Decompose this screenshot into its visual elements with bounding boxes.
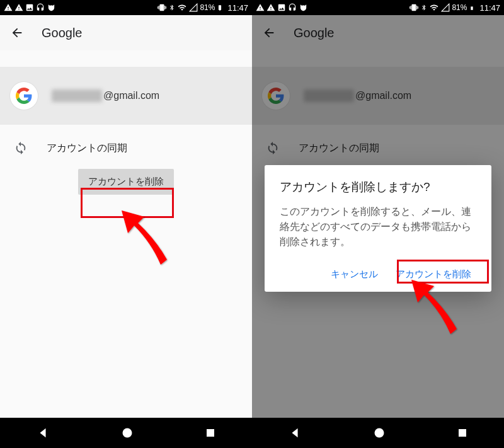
back-arrow-icon[interactable] [10, 26, 24, 40]
battery-icon [469, 3, 475, 13]
svg-rect-0 [219, 6, 221, 9]
svg-point-4 [374, 428, 384, 438]
nav-back-icon[interactable] [36, 426, 50, 440]
dialog-cancel-button[interactable]: キャンセル [326, 263, 383, 285]
nav-bar [252, 418, 504, 448]
warning-icon [14, 3, 23, 12]
google-logo-icon [10, 82, 38, 110]
app-bar: Google [0, 15, 252, 50]
account-email: @gmail.com [304, 89, 411, 102]
wifi-icon [177, 3, 187, 12]
sync-icon [14, 141, 28, 155]
google-logo-icon [262, 82, 290, 110]
nav-home-icon[interactable] [373, 427, 386, 439]
page-title: Google [294, 26, 335, 40]
battery-percent: 81% [200, 3, 215, 12]
email-redacted [52, 89, 102, 102]
warning-icon [4, 3, 13, 12]
battery-icon [217, 3, 223, 13]
cat-icon [299, 3, 308, 12]
image-icon [277, 3, 286, 12]
email-suffix: @gmail.com [103, 90, 159, 101]
vibrate-icon [157, 3, 167, 12]
dialog-title: アカウントを削除しますか? [280, 179, 476, 195]
status-bar: 81% 11:47 [0, 0, 252, 15]
image-icon [25, 3, 34, 12]
email-suffix: @gmail.com [355, 90, 411, 101]
headphones-icon [288, 3, 297, 12]
battery-percent: 81% [452, 3, 467, 12]
svg-rect-5 [459, 429, 466, 437]
delete-account-button[interactable]: アカウントを削除 [78, 169, 174, 195]
clock-time: 11:47 [479, 3, 500, 13]
annotation-arrow-icon [117, 208, 186, 277]
nav-bar [0, 418, 252, 448]
bluetooth-icon [169, 3, 175, 12]
sync-row: アカウントの同期 [252, 125, 504, 163]
account-row[interactable]: @gmail.com [0, 67, 252, 125]
wifi-icon [429, 3, 439, 12]
status-bar: 81% 11:47 [252, 0, 504, 15]
warning-icon [266, 3, 275, 12]
svg-rect-2 [207, 429, 214, 437]
back-arrow-icon[interactable] [262, 26, 276, 40]
email-redacted [304, 89, 354, 102]
sync-label: アカウントの同期 [47, 142, 127, 155]
dialog-body: このアカウントを削除すると、メール、連絡先などのすべてのデータも携帯電話から削除… [280, 204, 476, 250]
headphones-icon [36, 3, 45, 12]
vibrate-icon [409, 3, 419, 12]
account-row: @gmail.com [252, 67, 504, 125]
sync-row[interactable]: アカウントの同期 [0, 125, 252, 163]
dialog-confirm-button[interactable]: アカウントを削除 [391, 263, 476, 285]
sync-icon [266, 141, 280, 155]
sync-label: アカウントの同期 [299, 142, 379, 155]
nav-recent-icon[interactable] [205, 427, 216, 439]
phone-right: 81% 11:47 Google @gmail.com アカウントの同期 アカウ… [252, 0, 504, 448]
account-email: @gmail.com [52, 89, 159, 102]
svg-rect-3 [471, 6, 473, 9]
app-bar: Google [252, 15, 504, 50]
confirm-dialog: アカウントを削除しますか? このアカウントを削除すると、メール、連絡先などのすべ… [265, 165, 491, 292]
cat-icon [47, 3, 56, 12]
clock-time: 11:47 [227, 3, 248, 13]
warning-icon [256, 3, 265, 12]
signal-icon [189, 3, 198, 12]
page-title: Google [42, 26, 83, 40]
nav-recent-icon[interactable] [457, 427, 468, 439]
nav-home-icon[interactable] [121, 427, 134, 439]
svg-point-1 [122, 428, 132, 438]
nav-back-icon[interactable] [288, 426, 302, 440]
signal-icon [441, 3, 450, 12]
bluetooth-icon [421, 3, 427, 12]
phone-left: 81% 11:47 Google @gmail.com アカウントの同期 アカウ… [0, 0, 252, 448]
